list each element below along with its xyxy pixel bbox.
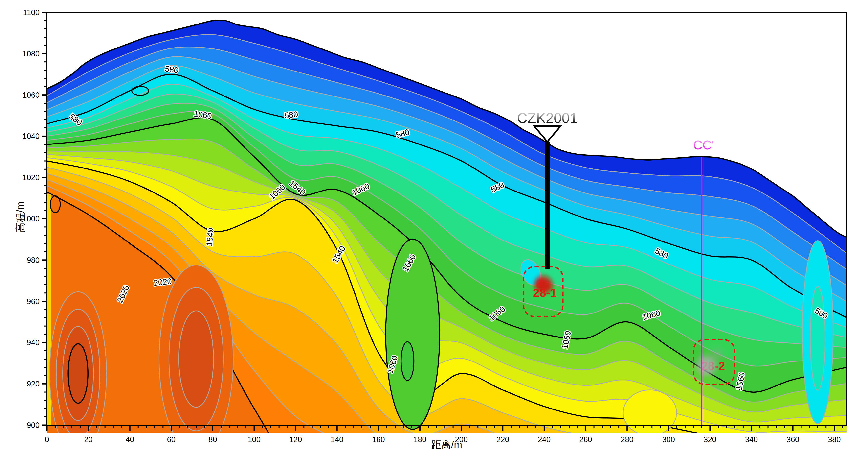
section-marker-label: CC' bbox=[693, 138, 714, 152]
resistivity-section-plot: 5805805805805805805801060106010601060106… bbox=[0, 0, 868, 457]
x-tick-label: 360 bbox=[786, 435, 799, 444]
borehole-label: CZK2001 bbox=[517, 110, 578, 126]
x-tick-label: 120 bbox=[289, 435, 302, 444]
x-tick-label: 260 bbox=[579, 435, 592, 444]
x-tick-label: 340 bbox=[745, 435, 758, 444]
x-tick-label: 380 bbox=[828, 435, 841, 444]
x-tick-label: 60 bbox=[167, 435, 176, 444]
x-tick-label: 280 bbox=[621, 435, 633, 444]
x-tick-label: 100 bbox=[248, 435, 260, 444]
y-tick-label: 940 bbox=[27, 338, 39, 347]
contour-pocket bbox=[810, 287, 825, 391]
y-tick-label: 1100 bbox=[23, 8, 39, 17]
x-tick-label: 160 bbox=[372, 435, 385, 444]
x-tick-label: 80 bbox=[209, 435, 217, 444]
x-tick-label: 20 bbox=[84, 435, 92, 444]
x-tick-label: 220 bbox=[496, 435, 509, 444]
y-tick-label: 900 bbox=[27, 421, 39, 430]
contour-label-580: 580 bbox=[284, 110, 299, 120]
y-tick-label: 960 bbox=[27, 297, 39, 306]
y-tick-label: 1040 bbox=[23, 132, 39, 141]
contour-pocket bbox=[401, 342, 414, 380]
resistivity-section-figure: 5805805805805805805801060106010601060106… bbox=[0, 0, 868, 457]
x-tick-label: 140 bbox=[331, 435, 343, 444]
contour-label-580: 580 bbox=[164, 64, 179, 75]
contour-pocket bbox=[386, 239, 440, 429]
x-tick-label: 240 bbox=[538, 435, 551, 444]
y-tick-label: 980 bbox=[27, 256, 39, 264]
resistivity-core-ring bbox=[179, 311, 213, 407]
y-tick-label: 1080 bbox=[23, 50, 39, 58]
x-axis-title: 距离/m bbox=[410, 438, 484, 452]
y-tick-label: 1060 bbox=[23, 91, 39, 99]
contour-label-2020: 2020 bbox=[153, 276, 172, 287]
contour-field bbox=[47, 12, 847, 457]
x-tick-label: 300 bbox=[662, 435, 675, 444]
borehole-rod bbox=[545, 142, 550, 269]
y-tick-label: 1020 bbox=[23, 173, 39, 182]
x-tick-label: 0 bbox=[45, 435, 49, 444]
contour-label-1540: 1540 bbox=[205, 228, 215, 247]
y-tick-label: 920 bbox=[27, 379, 39, 388]
x-tick-label: 40 bbox=[126, 435, 134, 444]
resistivity-core-ring bbox=[68, 344, 88, 403]
y-axis-title: 高程/m bbox=[14, 192, 27, 242]
x-tick-label: 320 bbox=[704, 435, 716, 444]
